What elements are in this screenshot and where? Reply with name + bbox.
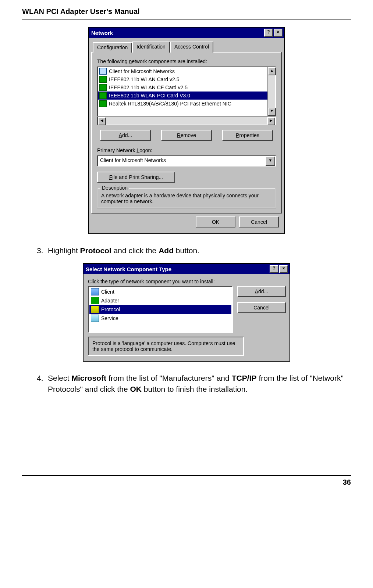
combo-value: Client for Microsoft Networks [98, 156, 266, 166]
chevron-down-icon[interactable]: ▼ [266, 156, 275, 166]
scroll-right-icon[interactable]: ▶ [267, 117, 275, 125]
remove-button[interactable]: Remove [161, 130, 212, 141]
adapter-icon [99, 92, 107, 99]
tab-identification[interactable]: Identification [132, 42, 170, 53]
rule-top [22, 19, 351, 19]
close-button-icon[interactable]: × [279, 265, 288, 273]
tab-access-control[interactable]: Access Control [170, 42, 213, 53]
list-item-selected[interactable]: IEEE802.11b WLAN PCI Card V3.0 [98, 92, 267, 100]
protocol-icon [91, 306, 99, 313]
tab-configuration[interactable]: Configuration [93, 42, 132, 53]
figure-network-dialog: Network ? × Configuration Identification… [22, 27, 351, 234]
list-item[interactable]: Client [89, 287, 231, 296]
title-select-component: Select Network Component Type [86, 266, 171, 272]
vertical-scrollbar[interactable]: ▲ ▼ [267, 67, 275, 116]
step-3-text: 3.Highlight Protocol and click the Add b… [37, 245, 344, 256]
list-item-selected[interactable]: Protocol [89, 305, 231, 314]
file-print-sharing-button[interactable]: File and Print Sharing... [97, 172, 175, 183]
client-icon [99, 68, 107, 75]
list-item[interactable]: IEEE802.11b WLAN Card v2.5 [98, 75, 267, 83]
close-button-icon[interactable]: × [274, 29, 283, 37]
page-number: 36 [22, 478, 351, 487]
properties-button[interactable]: Properties [222, 130, 273, 141]
label-primary-logon: Primary Network Logon: [97, 147, 276, 153]
component-type-listbox[interactable]: Client Adapter Protocol Service [88, 286, 233, 333]
help-button-icon[interactable]: ? [264, 29, 273, 37]
cancel-button[interactable]: Cancel [237, 302, 286, 313]
adapter-icon [99, 76, 107, 83]
rule-bottom [22, 475, 351, 476]
horizontal-scrollbar[interactable]: ◀ ▶ [97, 116, 276, 125]
add-button[interactable]: Add... [237, 286, 286, 297]
label-click-type: Click the type of network component you … [88, 279, 285, 284]
service-icon [91, 315, 99, 322]
description-box: Protocol is a 'language' a computer uses… [88, 337, 244, 356]
list-item[interactable]: Service [89, 314, 231, 323]
list-item[interactable]: Client for Microsoft Networks [98, 67, 267, 75]
scroll-down-icon[interactable]: ▼ [268, 108, 276, 116]
adapter-icon [99, 100, 107, 107]
figure-select-component-dialog: Select Network Component Type ? × Click … [22, 263, 351, 362]
group-caption: Description [100, 185, 129, 191]
description-text: A network adapter is a hardware device t… [101, 193, 272, 204]
label-components: The following network components are ins… [97, 58, 276, 64]
list-item[interactable]: Realtek RTL8139(A/B/C/8130) PCI Fast Eth… [98, 100, 267, 108]
scroll-left-icon[interactable]: ◀ [98, 117, 106, 125]
add-button[interactable]: Add... [100, 130, 151, 141]
titlebar-select-component[interactable]: Select Network Component Type ? × [84, 264, 289, 274]
ok-button[interactable]: OK [196, 216, 235, 227]
step-4-text: 4. Select Microsoft from the list of "Ma… [37, 373, 344, 394]
client-icon [91, 288, 99, 295]
list-item[interactable]: IEEE802.11b WLAN CF Card v2.5 [98, 83, 267, 92]
primary-logon-combo[interactable]: Client for Microsoft Networks ▼ [97, 155, 276, 166]
titlebar-network[interactable]: Network ? × [89, 28, 284, 38]
adapter-icon [99, 84, 107, 91]
components-listbox[interactable]: Client for Microsoft Networks IEEE802.11… [97, 67, 276, 116]
list-item[interactable]: Adapter [89, 296, 231, 305]
cancel-button[interactable]: Cancel [239, 216, 279, 227]
doc-header: WLAN PCI Adapter User's Manual [22, 7, 351, 16]
help-button-icon[interactable]: ? [270, 265, 278, 273]
title-network: Network [91, 30, 113, 36]
description-group: Description A network adapter is a hardw… [97, 188, 276, 208]
scroll-up-icon[interactable]: ▲ [268, 67, 276, 75]
adapter-icon [91, 297, 99, 304]
